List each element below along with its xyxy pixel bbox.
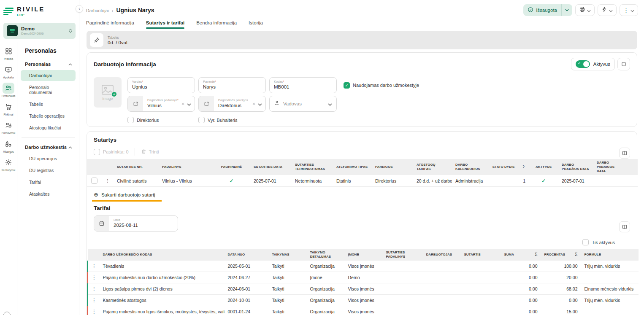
tab-pagrindine-informacija[interactable]: Pagrindinė informacija	[86, 20, 134, 29]
workspace-selector[interactable]: Demo Demo20240906	[3, 23, 76, 39]
sidebar-item-ataskaitos[interactable]: Ataskaitos	[21, 188, 76, 199]
tab-sutartys-ir-tarifai[interactable]: Sutartys ir tarifai	[146, 20, 184, 29]
cart-icon	[3, 101, 14, 112]
select-all-checkbox[interactable]: Pasirinkta: 0	[94, 149, 129, 155]
chief-accountant-checkbox[interactable]: Vyr. Buhalteris	[198, 117, 266, 123]
rail-item-apskaita[interactable]: Apskaita	[0, 64, 17, 79]
last-name-field[interactable]: Pavardė* Narys	[198, 77, 266, 93]
columns-settings-button[interactable]	[619, 148, 630, 159]
checkbox-unchecked-icon	[94, 149, 100, 155]
external-link-icon[interactable]	[128, 96, 143, 111]
chevron-up-icon	[68, 62, 72, 67]
sidebar-item-du-operacijos[interactable]: DU operacijos	[21, 153, 76, 164]
breadcrumb-parent[interactable]: Darbuotojai	[86, 8, 109, 13]
selected-count: Pasirinkta: 0	[103, 149, 129, 154]
director-checkbox[interactable]: Direktorius	[127, 117, 195, 123]
sales-icon	[3, 120, 14, 131]
gear-icon	[3, 157, 14, 168]
quick-actions-button[interactable]	[598, 4, 617, 16]
sidebar-item-darbuotojai[interactable]: Darbuotojai	[21, 70, 76, 81]
tariff-row[interactable]: ⋮ Pajamų mokestis nuo darbo užmokesčio (…	[88, 272, 639, 283]
rail-item-nustatymai[interactable]: Nustatymai	[0, 157, 17, 172]
sidebar-item-tabelio-operacijos[interactable]: Tabelio operacijos	[21, 110, 76, 121]
history-button[interactable]	[617, 58, 630, 70]
sidebar-item-du-registras[interactable]: DU registras	[21, 165, 76, 176]
department-field[interactable]: Pagrindinis padalinys* Vilnius ✕	[127, 96, 195, 112]
tariff-row[interactable]: ⋮ Ligos pašalpa pirmos dvi (2) dienos202…	[88, 283, 639, 295]
first-name-field[interactable]: Vardas* Ugnius	[127, 77, 195, 93]
columns-settings-button[interactable]	[619, 221, 630, 232]
external-link-icon[interactable]	[199, 96, 214, 111]
contract-row[interactable]: ⋮ Civilinė sutartis Vilnius - Vilnius ✓ …	[87, 175, 638, 187]
tariff-row[interactable]: ⋮ Pajamų mokestis nuo ligos išmokos, mot…	[88, 306, 639, 315]
saved-button[interactable]: Išsaugota	[523, 4, 572, 16]
main-area: Darbuotojai › Ugnius Narys Išsaugota	[79, 0, 644, 315]
row-menu-icon[interactable]: ⋮	[88, 295, 100, 306]
sidebar-group-darbo-uzmokestis[interactable]: Darbo užmokestis	[20, 142, 76, 152]
module-rail: Pradžia Apskaita Personalas	[0, 42, 17, 315]
only-active-checkbox[interactable]: Tik aktyvūs	[582, 239, 615, 245]
person-icon	[274, 100, 280, 108]
checkbox-checked-icon: ✓	[344, 82, 350, 89]
tariff-date-field[interactable]: Data 2025-08-11	[94, 215, 178, 232]
active-toggle[interactable]: ✓ Aktyvus	[571, 58, 615, 70]
chevron-down-icon[interactable]	[187, 100, 191, 108]
toolbar-divider	[135, 148, 135, 156]
tariffs-header-row: DARBO UŽMOKESČIO KODAS DATA NUO TAIKYMAS…	[88, 249, 639, 261]
code-field[interactable]: Kodas* MB001	[269, 77, 337, 93]
sidebar-item-tarifai[interactable]: Tarifai	[21, 177, 76, 188]
header-actions: Išsaugota	[523, 4, 638, 16]
tab-bendra-informacija[interactable]: Bendra informacija	[196, 20, 237, 29]
people-icon	[3, 83, 14, 94]
topbar: Darbuotojai › Ugnius Narys Išsaugota	[79, 0, 644, 18]
toggle-on-icon: ✓	[576, 60, 590, 68]
contracts-title: Sutartys	[87, 137, 637, 143]
chevron-down-icon[interactable]	[258, 100, 262, 108]
sidebar-group-personalas[interactable]: Personalas	[20, 59, 76, 69]
payroll-checkbox[interactable]: ✓ Naudojamas darbo užmokestyje	[344, 82, 419, 89]
brand-logo: RIVILE ERP	[0, 0, 79, 21]
check-icon: ✓	[541, 178, 546, 184]
row-checkbox[interactable]	[91, 178, 97, 184]
tab-istorija[interactable]: Istorija	[249, 20, 263, 29]
row-menu-icon[interactable]: ⋮	[88, 272, 100, 283]
add-photo-icon: +	[111, 92, 117, 97]
chevron-down-icon	[609, 6, 613, 14]
workspace-name: Demo	[21, 26, 65, 31]
clear-icon[interactable]: ✕	[252, 102, 256, 106]
clear-icon[interactable]: ✕	[181, 102, 185, 106]
print-button[interactable]	[575, 4, 595, 16]
sidebar-title: Personalas	[20, 46, 76, 59]
tabelis-summary-bar[interactable]: Tabelis 0d. / 0val.	[87, 31, 637, 49]
sidebar-menu: Personalas Personalas Darbuotojai Person…	[17, 42, 79, 315]
delete-button[interactable]: Trinti	[141, 149, 159, 155]
sidebar-item-personalo-dokumentai[interactable]: Personalo dokumentai	[21, 82, 76, 98]
rail-item-pardavimai[interactable]: Pardavimai	[0, 120, 17, 135]
photo-upload[interactable]: + Image	[94, 77, 122, 108]
collapse-sidebar-button[interactable]: ‹	[76, 5, 83, 13]
check-circle-icon	[528, 7, 533, 13]
create-contract-button[interactable]: ⊕ Sukurti darbuotojo sutartį	[94, 191, 155, 198]
row-menu-icon[interactable]: ⋮	[88, 261, 100, 272]
tariff-row[interactable]: ⋮ Kasmetinės atostogos2024-10-01 Taikyti…	[88, 295, 639, 306]
chevron-down-icon[interactable]	[561, 4, 572, 16]
rail-item-pradzia[interactable]: Pradžia	[0, 46, 17, 60]
rail-item-personalas[interactable]: Personalas	[0, 83, 17, 97]
left-panel: RIVILE ERP ‹ Demo Demo20240906	[0, 0, 79, 315]
position-field[interactable]: Pagrindinės pareigos Direktorius ✕	[198, 96, 266, 112]
row-menu-icon[interactable]: ⋮	[102, 175, 114, 187]
plus-circle-icon: ⊕	[94, 191, 98, 198]
checkbox-unchecked-icon	[582, 239, 589, 245]
sidebar-item-tabelis[interactable]: Tabelis	[21, 99, 76, 110]
tab-content: Tabelis 0d. / 0val. Darbuotojo informaci…	[79, 29, 644, 315]
rail-item-atsargos[interactable]: Atsargos	[0, 138, 17, 153]
tariff-row[interactable]: ⋮ Tėvadienis2025-05-01 TaikytiOrganizaci…	[88, 261, 639, 272]
more-button[interactable]: ⋮	[620, 4, 638, 16]
chevron-up-icon	[68, 145, 72, 150]
row-menu-icon[interactable]: ⋮	[88, 283, 100, 295]
manager-select[interactable]: Vadovas	[269, 96, 337, 112]
checkbox-unchecked-icon	[198, 117, 205, 123]
sidebar-item-atostogu-likuciai[interactable]: Atostogų likučiai	[21, 122, 76, 133]
rail-item-pirkimai[interactable]: Pirkimai	[0, 101, 17, 116]
row-menu-icon[interactable]: ⋮	[88, 306, 100, 315]
